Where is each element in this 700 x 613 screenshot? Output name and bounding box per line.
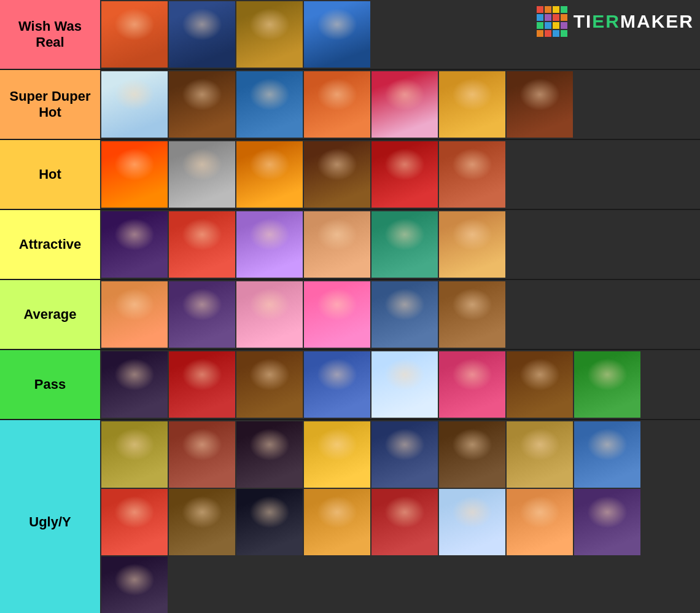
logo-accent: ER xyxy=(592,11,620,31)
list-item[interactable] xyxy=(439,211,505,278)
list-item[interactable] xyxy=(236,351,303,418)
tier-label-pass: Pass xyxy=(0,350,100,419)
tier-items-pass xyxy=(100,350,700,419)
list-item[interactable] xyxy=(236,211,303,278)
tier-table: Wish Was RealSuper Duper HotHotAttractiv… xyxy=(0,0,700,613)
tier-label-average: Average xyxy=(0,280,100,349)
list-item[interactable] xyxy=(574,351,640,418)
list-item[interactable] xyxy=(101,489,168,555)
list-item[interactable] xyxy=(371,211,438,278)
logo-cell xyxy=(545,14,551,21)
tier-row-pass: Pass xyxy=(0,350,700,420)
list-item[interactable] xyxy=(304,1,370,68)
list-item[interactable] xyxy=(101,71,168,138)
logo-cell xyxy=(545,30,551,37)
list-item[interactable] xyxy=(304,489,370,555)
list-item[interactable] xyxy=(507,489,573,555)
logo-cell xyxy=(553,14,559,21)
logo-cell xyxy=(561,6,567,13)
list-item[interactable] xyxy=(236,281,303,348)
logo-cell xyxy=(537,22,543,29)
list-item[interactable] xyxy=(101,421,168,488)
list-item[interactable] xyxy=(236,421,303,488)
list-item[interactable] xyxy=(574,421,640,488)
tier-items-average xyxy=(100,280,700,349)
logo-cell xyxy=(561,30,567,37)
tier-items-hot xyxy=(100,140,700,209)
list-item[interactable] xyxy=(169,351,235,418)
logo-cell xyxy=(553,22,559,29)
list-item[interactable] xyxy=(371,351,438,418)
tier-row-super: Super Duper Hot xyxy=(0,70,700,140)
list-item[interactable] xyxy=(304,141,370,208)
logo-grid xyxy=(537,6,567,37)
list-item[interactable] xyxy=(169,1,235,68)
list-item[interactable] xyxy=(169,141,235,208)
tier-label-attractive: Attractive xyxy=(0,210,100,279)
list-item[interactable] xyxy=(304,211,370,278)
list-item[interactable] xyxy=(101,281,168,348)
list-item[interactable] xyxy=(169,489,235,555)
list-item[interactable] xyxy=(371,281,438,348)
list-item[interactable] xyxy=(236,71,303,138)
list-item[interactable] xyxy=(574,489,640,555)
list-item[interactable] xyxy=(439,281,505,348)
tier-row-hot: Hot xyxy=(0,140,700,210)
list-item[interactable] xyxy=(439,351,505,418)
list-item[interactable] xyxy=(371,489,438,555)
tier-items-attractive xyxy=(100,210,700,279)
list-item[interactable] xyxy=(439,421,505,488)
tier-items-super xyxy=(100,70,700,139)
list-item[interactable] xyxy=(236,141,303,208)
list-item[interactable] xyxy=(507,421,573,488)
list-item[interactable] xyxy=(507,71,573,138)
tier-row-average: Average xyxy=(0,280,700,350)
list-item[interactable] xyxy=(439,489,505,555)
list-item[interactable] xyxy=(304,71,370,138)
tier-items-ugly xyxy=(100,420,700,613)
list-item[interactable] xyxy=(101,351,168,418)
logo-cell xyxy=(537,14,543,21)
logo-cell xyxy=(553,6,559,13)
list-item[interactable] xyxy=(439,71,505,138)
list-item[interactable] xyxy=(101,1,168,68)
tier-label-super: Super Duper Hot xyxy=(0,70,100,139)
list-item[interactable] xyxy=(169,71,235,138)
list-item[interactable] xyxy=(236,1,303,68)
list-item[interactable] xyxy=(371,141,438,208)
list-item[interactable] xyxy=(304,421,370,488)
list-item[interactable] xyxy=(101,211,168,278)
tier-row-attractive: Attractive xyxy=(0,210,700,280)
tier-row-ugly: Ugly/Y xyxy=(0,420,700,613)
page-wrapper: TiERMAKER Wish Was RealSuper Duper HotHo… xyxy=(0,0,700,613)
tiermaker-logo: TiERMAKER xyxy=(537,6,694,37)
logo-cell xyxy=(553,30,559,37)
logo-cell xyxy=(545,6,551,13)
list-item[interactable] xyxy=(304,351,370,418)
list-item[interactable] xyxy=(371,421,438,488)
logo-cell xyxy=(561,14,567,21)
tier-label-ugly: Ugly/Y xyxy=(0,420,100,613)
list-item[interactable] xyxy=(169,281,235,348)
tier-label-hot: Hot xyxy=(0,140,100,209)
list-item[interactable] xyxy=(236,489,303,555)
logo-cell xyxy=(537,6,543,13)
list-item[interactable] xyxy=(169,421,235,488)
logo-cell xyxy=(545,22,551,29)
list-item[interactable] xyxy=(304,281,370,348)
list-item[interactable] xyxy=(169,211,235,278)
list-item[interactable] xyxy=(439,141,505,208)
list-item[interactable] xyxy=(507,351,573,418)
logo-cell xyxy=(561,22,567,29)
logo-text: TiERMAKER xyxy=(574,11,694,32)
list-item[interactable] xyxy=(101,141,168,208)
list-item[interactable] xyxy=(371,71,438,138)
tier-label-wish: Wish Was Real xyxy=(0,0,100,69)
list-item[interactable] xyxy=(101,556,168,613)
logo-cell xyxy=(537,30,543,37)
